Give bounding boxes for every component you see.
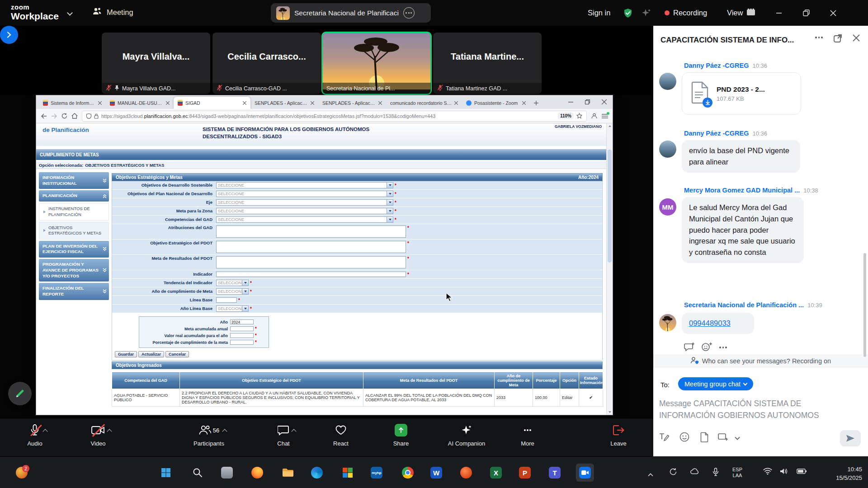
guardar-button[interactable]: Guardar	[115, 351, 137, 357]
textarea-atribuciones-gad[interactable]	[216, 225, 406, 238]
react-button[interactable]: React	[321, 423, 361, 447]
message-input-placeholder[interactable]: Message CAPACITACIÓN SISTEMA DE	[659, 399, 801, 408]
clock[interactable]: 10:45 15/5/2025	[821, 465, 862, 483]
message-input-placeholder[interactable]: INFORMACIÓN GOBIERNOS AUTONOMOS	[659, 411, 819, 420]
ai-sparkle-icon[interactable]	[641, 0, 652, 26]
word-icon[interactable]: W	[427, 464, 445, 482]
textarea-objetivo-estrategico-pdot[interactable]	[216, 241, 406, 253]
input-valor-real[interactable]	[230, 333, 254, 338]
annotation-pencil-button[interactable]	[8, 382, 32, 405]
phone-link[interactable]: 0994489033	[689, 319, 731, 327]
select-objetivos-pnd[interactable]: SELECCIONE	[216, 191, 387, 197]
participants-options-chevron-icon[interactable]	[222, 429, 227, 434]
taskbar-app-window[interactable]	[218, 464, 236, 482]
sidebar-item-objetivos-metas[interactable]: OBJETIVOS ESTRATÉGICOS Y METAS	[39, 222, 109, 239]
wifi-icon[interactable]	[763, 468, 772, 477]
dropdown-button[interactable]	[242, 305, 249, 312]
tray-chevron-up-icon[interactable]	[648, 470, 653, 479]
close-tab-icon[interactable]	[166, 100, 170, 106]
excel-icon[interactable]: X	[487, 464, 505, 482]
participant-tile[interactable]: Cecilia Carrasco... Cecilia Carrasco-GAD…	[212, 33, 321, 94]
select-meta-zona[interactable]: SELECCIONE	[216, 208, 387, 214]
select-competencias-gad[interactable]: SELECCIONE	[216, 216, 387, 223]
dropdown-button[interactable]	[387, 216, 393, 223]
sender-name[interactable]: Danny Páez -CGREG	[684, 62, 749, 69]
bookmark-star-icon[interactable]	[576, 113, 582, 119]
page-scrollbar[interactable]	[606, 123, 613, 415]
tray-sync-icon[interactable]	[669, 468, 677, 478]
zoom-app-icon[interactable]	[576, 464, 594, 482]
sender-name[interactable]: Mercy Mora Gomez GAD Municipal ...	[684, 187, 800, 194]
chat-button[interactable]: Chat	[263, 423, 304, 447]
page-zoom-level[interactable]: 110%	[558, 113, 574, 119]
more-button[interactable]: More	[507, 423, 548, 447]
close-button[interactable]	[823, 0, 844, 26]
menu-icon[interactable]	[602, 113, 608, 119]
powerpoint-icon[interactable]: P	[516, 464, 534, 482]
scrollbar-thumb[interactable]	[608, 150, 612, 263]
add-reaction-icon[interactable]	[702, 342, 712, 353]
screenshot-icon[interactable]	[717, 432, 728, 444]
file-attachment-card[interactable]: PND 2023 - 2... 107.67 KB	[682, 72, 801, 115]
file-explorer-icon[interactable]	[279, 464, 297, 482]
recording-indicator[interactable]: Recording	[665, 0, 707, 26]
message-more-icon[interactable]	[719, 347, 727, 348]
browser-tab[interactable]: MANUAL-DE-USUARIO-SIGAD_...	[106, 97, 174, 109]
taskbar-app-orange[interactable]	[457, 464, 475, 482]
video-button[interactable]: Video	[78, 423, 118, 447]
start-button[interactable]	[157, 464, 175, 482]
browser-tab[interactable]: comunicado recordatorio SIGAD 20...	[386, 97, 462, 109]
tracking-shield-icon[interactable]	[86, 113, 91, 119]
close-tab-icon[interactable]	[98, 100, 102, 106]
account-icon[interactable]	[591, 113, 598, 119]
close-tab-icon[interactable]	[454, 100, 458, 106]
myhp-icon[interactable]: myhp	[368, 464, 386, 482]
sidebar-item-plan-inversion[interactable]: PLAN DE INVERSIÓN DEL EJERCICIO FISCAL	[39, 241, 109, 258]
chat-options-chevron-icon[interactable]	[291, 429, 296, 434]
pop-out-icon[interactable]	[833, 34, 842, 45]
textarea-meta-resultados-pdot[interactable]	[216, 256, 406, 268]
sign-in-button[interactable]: Sign in	[588, 0, 610, 26]
browser-tab-active[interactable]: SIGAD	[174, 97, 250, 109]
address-bar[interactable]: https://sigad3cloud.planificacion.gob.ec…	[82, 111, 587, 122]
home-icon[interactable]	[71, 113, 78, 119]
language-indicator[interactable]: ESPLAA	[732, 467, 742, 479]
browser-tab[interactable]: SENPLADES - Aplicación de Admini...	[250, 97, 318, 109]
select-eje[interactable]: SELECCIONE	[216, 199, 387, 206]
input-meta-acumulada[interactable]	[230, 326, 254, 331]
teams-icon[interactable]: T	[546, 464, 564, 482]
chat-scrollbar-thumb[interactable]	[863, 253, 866, 357]
select-objetivos-desarrollo-sostenible[interactable]: SELECCIONE	[216, 182, 387, 188]
browser-restore-icon[interactable]	[579, 98, 596, 106]
input-linea-base[interactable]	[216, 297, 237, 303]
share-button[interactable]: Share	[381, 423, 421, 447]
editar-link[interactable]: Editar	[560, 389, 579, 407]
view-button[interactable]: View	[727, 0, 755, 26]
close-tab-icon[interactable]	[378, 100, 382, 106]
more-composer-chevron-icon[interactable]	[735, 434, 740, 442]
browser-close-icon[interactable]	[596, 98, 613, 106]
back-icon[interactable]	[41, 113, 47, 119]
forward-icon[interactable]	[51, 113, 57, 119]
participant-tile[interactable]: Mayra Villalva... Mayra Villalva GAD...	[102, 33, 210, 94]
cancelar-button[interactable]: Cancelar	[165, 351, 189, 357]
ai-companion-button[interactable]: AI Companion	[442, 423, 491, 447]
minimize-button[interactable]	[769, 0, 789, 26]
sidebar-item-programacion-avance[interactable]: PROGRAMACIÓN Y AVANCE DE PROGRAMAS Y/O P…	[39, 259, 109, 282]
firefox-icon[interactable]	[248, 464, 266, 482]
edge-icon[interactable]	[308, 464, 326, 482]
input-anio[interactable]: 2024	[230, 319, 254, 324]
send-button[interactable]	[840, 430, 861, 446]
audio-options-chevron-icon[interactable]	[42, 429, 47, 434]
sidebar-item-informacion-institucional[interactable]: INFORMACIÓN INSTITUCIONAL	[39, 172, 109, 189]
office-icon[interactable]	[339, 464, 357, 482]
input-indicador[interactable]	[216, 272, 406, 277]
close-chat-icon[interactable]	[852, 34, 860, 44]
browser-tab[interactable]: Posasistente - Zoom	[462, 97, 530, 109]
audio-button[interactable]: Audio	[14, 423, 55, 447]
scroll-up-icon[interactable]	[609, 125, 611, 127]
new-tab-button[interactable]	[530, 97, 543, 109]
input-porcentaje-cumplimiento[interactable]	[230, 340, 254, 345]
video-options-chevron-icon[interactable]	[107, 429, 112, 434]
dropdown-button[interactable]	[387, 208, 393, 214]
